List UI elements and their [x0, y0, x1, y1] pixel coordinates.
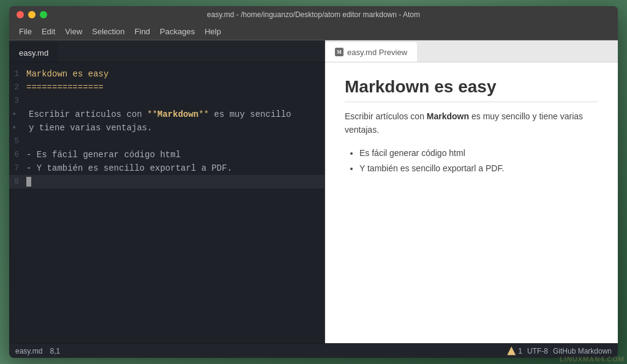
app-window: easy.md - /home/inguanzo/Desktop/atom ed…: [9, 6, 618, 358]
title-bar: easy.md - /home/inguanzo/Desktop/atom ed…: [9, 6, 618, 23]
preview-heading: Markdown es easy: [345, 77, 598, 102]
desktop: easy.md - /home/inguanzo/Desktop/atom ed…: [0, 0, 627, 364]
status-warning: 1: [507, 347, 522, 355]
markdown-icon: M: [335, 48, 344, 56]
editor-pane: easy.md 1 Markdown es easy 2 ===========…: [9, 40, 325, 343]
menu-help[interactable]: Help: [200, 25, 226, 38]
status-grammar: GitHub Markdown: [553, 347, 612, 355]
warning-icon: [507, 347, 516, 355]
list-item: Y también es sencillo exportarl a PDF.: [359, 161, 598, 176]
menu-view[interactable]: View: [60, 25, 87, 38]
menu-selection[interactable]: Selection: [87, 25, 129, 38]
status-right: 1 UTF-8 GitHub Markdown: [507, 347, 612, 355]
status-left: easy.md 8,1: [15, 347, 60, 355]
code-line-2: 2 ===============: [9, 81, 325, 94]
status-encoding: UTF-8: [527, 347, 548, 355]
code-line-5: 5: [9, 135, 325, 148]
code-line-6: 6 - Es fácil generar código html: [9, 148, 325, 162]
code-line-7: 7 - Y también es sencillo exportarl a PD…: [9, 162, 325, 175]
status-filename: easy.md: [15, 347, 42, 355]
preview-tab-bar: M easy.md Preview: [325, 40, 618, 62]
preview-tab[interactable]: M easy.md Preview: [325, 42, 417, 62]
code-line-3: 3: [9, 94, 325, 108]
status-bar: easy.md 8,1 1 UTF-8 GitHub Markdown: [9, 343, 618, 358]
code-line-4: • Escribir artículos con **Markdown** es…: [9, 108, 325, 121]
preview-pane: M easy.md Preview Markdown es easy Escri…: [325, 40, 618, 343]
maximize-button[interactable]: [40, 11, 47, 18]
preview-content: Markdown es easy Escribir artículos con …: [325, 62, 618, 343]
preview-list: Es fácil generar código html Y también e…: [345, 146, 598, 176]
editor-tab[interactable]: easy.md: [9, 42, 58, 62]
code-line-1: 1 Markdown es easy: [9, 67, 325, 81]
menu-bar: File Edit View Selection Find Packages H…: [9, 23, 618, 40]
status-position: 8,1: [50, 347, 60, 355]
menu-edit[interactable]: Edit: [37, 25, 60, 38]
code-line-8: 8: [9, 175, 325, 188]
minimize-button[interactable]: [28, 11, 36, 18]
menu-packages[interactable]: Packages: [155, 25, 200, 38]
close-button[interactable]: [17, 11, 24, 18]
menu-find[interactable]: Find: [130, 25, 155, 38]
window-title: easy.md - /home/inguanzo/Desktop/atom ed…: [207, 10, 420, 19]
menu-file[interactable]: File: [14, 25, 37, 38]
editor-content[interactable]: 1 Markdown es easy 2 =============== 3: [9, 62, 325, 343]
editor-tab-bar: easy.md: [9, 40, 325, 62]
content-area: easy.md 1 Markdown es easy 2 ===========…: [9, 40, 618, 343]
list-item: Es fácil generar código html: [359, 146, 598, 161]
preview-paragraph: Escribir artículos con Markdown es muy s…: [345, 110, 598, 137]
code-line-4b: • y tiene varias ventajas.: [9, 121, 325, 135]
window-controls: [17, 11, 47, 18]
